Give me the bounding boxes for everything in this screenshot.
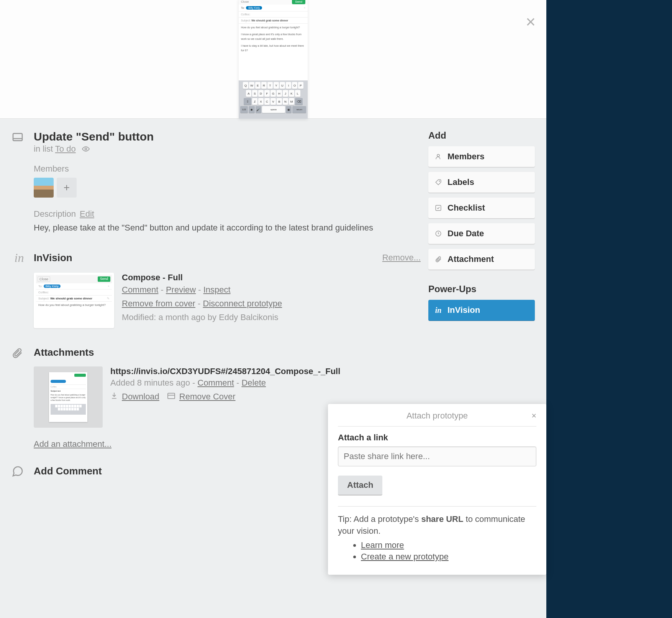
labels-icon xyxy=(434,179,442,186)
preview-link[interactable]: Preview xyxy=(166,285,196,294)
list-link[interactable]: To do xyxy=(55,144,76,154)
attachment-icon xyxy=(11,347,27,359)
mock-close: Close xyxy=(241,0,249,3)
svg-rect-3 xyxy=(168,393,175,399)
svg-point-5 xyxy=(437,154,439,157)
members-heading: Members xyxy=(34,164,421,174)
attachment-thumbnail[interactable]: Cc/Bcc Subject text How do you feel abou… xyxy=(34,366,103,428)
attachment-button[interactable]: Attachment xyxy=(428,249,535,270)
popover-title: Attach prototype xyxy=(406,411,468,420)
attachment-delete-link[interactable]: Delete xyxy=(241,378,266,387)
page-backdrop xyxy=(546,0,672,618)
members-icon xyxy=(434,153,442,160)
labels-button[interactable]: Labels xyxy=(428,172,535,193)
mock-keyboard: QWERTYUIOP ASDFGHJKL ⇧ZXCVBNM⌫ 123☻🎤spac… xyxy=(239,80,308,119)
invision-thumbnail[interactable]: CloseSend To:Billy Kiely+ Cc/Bcc: Subjec… xyxy=(34,273,114,328)
checklist-icon xyxy=(434,204,442,211)
attach-prototype-popover: Attach prototype × Attach a link Attach … xyxy=(328,404,546,575)
invision-item-title: Compose - Full xyxy=(122,273,421,283)
invision-powerup-icon: in xyxy=(434,306,442,315)
create-prototype-link[interactable]: Create a new prototype xyxy=(361,552,449,561)
svg-point-2 xyxy=(85,148,87,150)
cover-image: Close Send To: Billy Kiely + Cc/Bcc: Sub… xyxy=(239,0,308,119)
card-icon xyxy=(11,131,27,143)
invision-icon: in xyxy=(11,251,27,265)
invision-attachment: CloseSend To:Billy Kiely+ Cc/Bcc: Subjec… xyxy=(11,273,421,328)
attachment-side-icon xyxy=(434,256,442,263)
card-modal: Close Send To: Billy Kiely + Cc/Bcc: Sub… xyxy=(0,0,546,618)
download-link[interactable]: Download xyxy=(122,392,159,402)
remove-cover-link[interactable]: Remove Cover xyxy=(179,392,236,402)
popover-divider xyxy=(338,506,536,507)
watch-icon[interactable] xyxy=(82,144,90,154)
svg-rect-7 xyxy=(436,205,441,211)
attach-button[interactable]: Attach xyxy=(338,476,382,495)
share-link-input[interactable] xyxy=(338,446,536,466)
popover-close-icon[interactable]: × xyxy=(531,411,536,421)
close-icon[interactable]: × xyxy=(526,12,536,31)
remove-from-cover-link[interactable]: Remove from cover xyxy=(122,299,195,308)
card-location: in list To do xyxy=(34,144,154,154)
comment-link[interactable]: Comment xyxy=(122,285,158,294)
card-title[interactable]: Update "Send" button xyxy=(34,130,154,143)
member-avatar[interactable] xyxy=(34,178,54,198)
clock-icon xyxy=(434,230,442,237)
svg-point-6 xyxy=(439,181,440,181)
remove-invision-link[interactable]: Remove... xyxy=(382,253,421,263)
invision-heading: InVision xyxy=(34,252,72,264)
description-text[interactable]: Hey, please take at the "Send" button an… xyxy=(34,222,421,234)
invision-modified-text: Modified: a month ago by Eddy Balcikonis xyxy=(122,312,421,322)
popover-subtitle: Attach a link xyxy=(338,433,536,443)
attachment-added-text: Added 8 minutes ago xyxy=(110,378,190,387)
inspect-link[interactable]: Inspect xyxy=(203,285,231,294)
powerups-heading: Power-Ups xyxy=(428,284,535,294)
comment-icon xyxy=(11,465,27,477)
add-comment-heading: Add Comment xyxy=(34,465,102,477)
attachment-url[interactable]: https://invis.io/CXD3YUDFS#/245871204_Co… xyxy=(110,366,421,376)
members-button[interactable]: Members xyxy=(428,146,535,167)
edit-description-link[interactable]: Edit xyxy=(80,209,94,219)
mock-send: Send xyxy=(292,0,305,4)
due-date-button[interactable]: Due Date xyxy=(428,223,535,244)
attachments-heading: Attachments xyxy=(34,347,94,358)
download-icon xyxy=(110,392,118,402)
checklist-button[interactable]: Checklist xyxy=(428,198,535,219)
invision-powerup-button[interactable]: in InVision xyxy=(428,300,535,321)
card-cover: Close Send To: Billy Kiely + Cc/Bcc: Sub… xyxy=(0,0,546,119)
add-heading: Add xyxy=(428,130,535,141)
svg-rect-0 xyxy=(13,134,22,141)
popover-tip: Tip: Add a prototype's share URL to comm… xyxy=(338,513,536,537)
description-label: Description xyxy=(34,209,76,219)
attachment-comment-link[interactable]: Comment xyxy=(198,378,234,387)
cover-icon xyxy=(167,392,175,402)
add-member-button[interactable]: + xyxy=(57,178,77,198)
learn-more-link[interactable]: Learn more xyxy=(361,540,404,550)
disconnect-prototype-link[interactable]: Disconnect prototype xyxy=(203,299,282,308)
